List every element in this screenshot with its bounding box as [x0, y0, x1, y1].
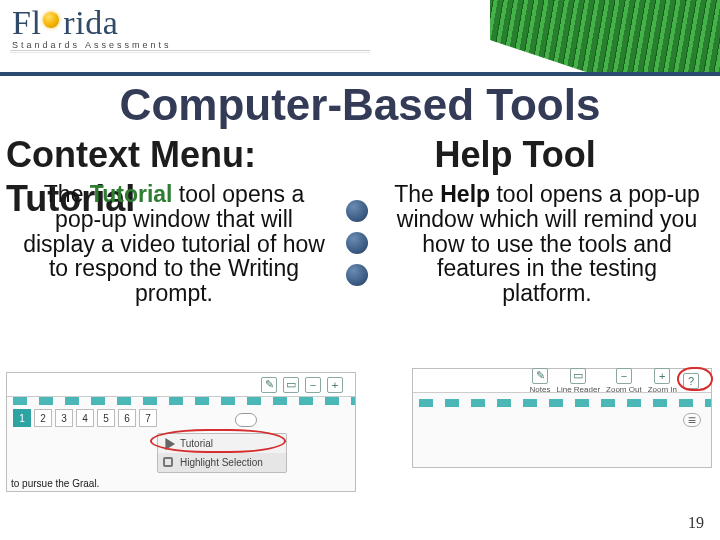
- zoom-out-icon: −: [616, 368, 632, 384]
- slide: Fl rida Standards Assessments Computer-B…: [0, 0, 720, 540]
- screenshot-help: ✎ Notes ▭ Line Reader − Zoom Out + Zoom …: [412, 368, 712, 468]
- divider: [10, 50, 370, 51]
- notes-icon: ✎: [532, 368, 548, 384]
- keyword-help: Help: [440, 181, 490, 207]
- right-column: The Help tool opens a pop-up window whic…: [360, 182, 720, 372]
- keyword-tutorial: Tutorial: [90, 181, 173, 207]
- zoom-out-icon: −: [305, 377, 321, 393]
- toolbar-label: Line Reader: [556, 385, 600, 394]
- context-menu-label: Highlight Selection: [180, 457, 263, 468]
- page-number: 4: [76, 409, 94, 427]
- text: The: [44, 181, 90, 207]
- sun-icon: [41, 4, 63, 42]
- slide-number: 19: [688, 514, 704, 532]
- toolbar-item: ✎ Notes: [530, 368, 551, 394]
- bullet-dot: [346, 232, 368, 254]
- brand-prefix: Fl: [12, 4, 41, 41]
- toolbar-item: ▭ Line Reader: [556, 368, 600, 394]
- left-subheading: Context Menu:: [6, 136, 374, 174]
- bullet-column: [346, 200, 368, 286]
- toolbar-label: Zoom In: [648, 385, 677, 394]
- right-paragraph: The Help tool opens a pop-up window whic…: [390, 182, 704, 306]
- context-menu-toggle: [235, 413, 257, 427]
- zoom-in-icon: +: [654, 368, 670, 384]
- edit-icon: ✎: [261, 377, 277, 393]
- pager: 1 2 3 4 5 6 7: [7, 405, 355, 431]
- brand-word: Fl rida: [12, 4, 172, 42]
- right-subheading-wrap: Help Tool: [374, 136, 720, 174]
- dashed-rule: [7, 397, 355, 405]
- line-reader-icon: ▭: [283, 377, 299, 393]
- page-number: 3: [55, 409, 73, 427]
- header: Fl rida Standards Assessments: [0, 0, 720, 76]
- page-number: 7: [139, 409, 157, 427]
- toolbar-item: − Zoom Out: [606, 368, 642, 394]
- page-number: 2: [34, 409, 52, 427]
- page-number: 5: [97, 409, 115, 427]
- toolbar-label: Zoom Out: [606, 385, 642, 394]
- mini-toolbar: ✎ Notes ▭ Line Reader − Zoom Out + Zoom …: [413, 369, 711, 393]
- callout-circle: [150, 429, 286, 453]
- subheadings-row: Context Menu: Help Tool: [0, 136, 720, 174]
- page-number: 6: [118, 409, 136, 427]
- palm-decor: [490, 0, 720, 72]
- divider: [10, 52, 370, 53]
- left-paragraph: The Tutorial tool opens a pop-up window …: [18, 182, 330, 306]
- left-column: The Tutorial tool opens a pop-up window …: [0, 182, 360, 372]
- toolbar-label: Notes: [530, 385, 551, 394]
- zoom-in-icon: +: [327, 377, 343, 393]
- brand-logo: Fl rida Standards Assessments: [12, 4, 172, 50]
- dashed-rule: [413, 399, 711, 407]
- right-subheading: Help Tool: [434, 136, 720, 174]
- brand-suffix: rida: [63, 4, 118, 41]
- highlight-icon: [163, 457, 173, 467]
- brand-subtitle: Standards Assessments: [12, 40, 172, 50]
- title-bar: Computer-Based Tools: [0, 80, 720, 136]
- screenshot-tutorial: ✎ ▭ − + 1 2 3 4 5 6 7 Tutorial Highlight…: [6, 372, 356, 492]
- line-reader-icon: ▭: [570, 368, 586, 384]
- toolbar-item: + Zoom In: [648, 368, 677, 394]
- left-subheading-wrap: Context Menu:: [0, 136, 374, 174]
- page-number-active: 1: [13, 409, 31, 427]
- context-menu-item-highlight: Highlight Selection: [158, 453, 286, 472]
- mini-toolbar: ✎ ▭ − +: [7, 373, 355, 397]
- sample-passage-text: to pursue the Graal.: [11, 478, 99, 489]
- text: The: [394, 181, 440, 207]
- page-title: Computer-Based Tools: [120, 80, 601, 130]
- context-menu-toggle: ≡: [683, 413, 701, 427]
- bullet-dot: [346, 200, 368, 222]
- bullet-dot: [346, 264, 368, 286]
- callout-circle: [677, 367, 713, 391]
